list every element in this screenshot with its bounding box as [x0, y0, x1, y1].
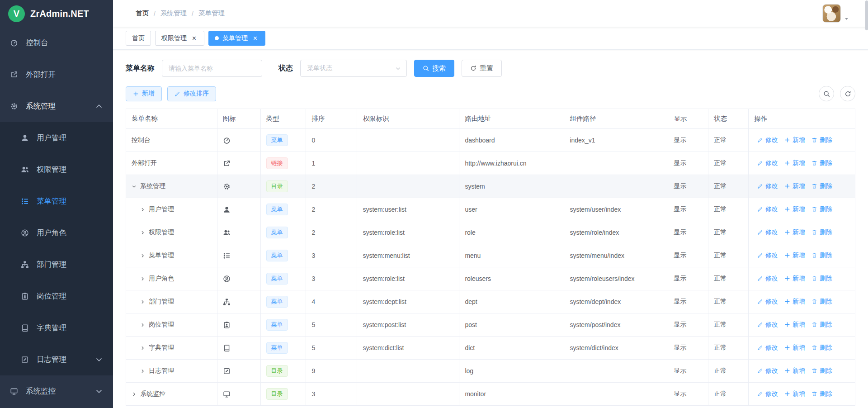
edit-button[interactable]: 修改	[757, 159, 778, 167]
sidebar-item-monitor[interactable]: 系统监控	[0, 375, 113, 407]
close-tab-icon[interactable]: ×	[190, 34, 198, 42]
sidebar-item-log[interactable]: 日志管理	[0, 344, 113, 375]
chevron-right-icon[interactable]	[132, 392, 140, 397]
edit-button[interactable]: 修改	[757, 298, 778, 306]
tab-home[interactable]: 首页	[126, 31, 151, 46]
add-button[interactable]: 新增	[784, 205, 805, 213]
add-button[interactable]: 新增	[784, 367, 805, 375]
sidebar-item-dict[interactable]: 字典管理	[0, 312, 113, 344]
cell-perm	[357, 383, 459, 406]
sidebar-item-console[interactable]: 控制台	[0, 27, 113, 59]
reset-button[interactable]: 重置	[462, 60, 502, 77]
refresh-table-button[interactable]	[840, 86, 855, 101]
add-button[interactable]: 新增	[784, 390, 805, 398]
dictionary-icon	[223, 344, 231, 352]
add-button[interactable]: 新增	[784, 159, 805, 167]
breadcrumb-separator: /	[154, 10, 156, 17]
cell-type: 目录	[260, 175, 306, 198]
delete-button[interactable]: 删除	[811, 321, 832, 329]
delete-button[interactable]: 删除	[811, 228, 832, 237]
chevron-right-icon[interactable]	[140, 323, 149, 327]
edit-button[interactable]: 修改	[757, 182, 778, 190]
external-link-icon	[223, 160, 231, 167]
cell-perm	[357, 175, 459, 198]
chevron-right-icon[interactable]	[140, 299, 149, 304]
chevron-right-icon[interactable]	[140, 230, 149, 235]
type-badge: 菜单	[266, 134, 288, 147]
delete-button[interactable]: 删除	[811, 136, 832, 144]
delete-button[interactable]: 删除	[811, 275, 832, 283]
sidebar-item-external[interactable]: 外部打开	[0, 59, 113, 90]
chevron-down-icon[interactable]	[132, 184, 140, 189]
cell-icon	[217, 383, 260, 406]
edit-button[interactable]: 修改	[757, 275, 778, 283]
cell-visible: 显示	[668, 267, 708, 290]
delete-button[interactable]: 删除	[811, 205, 832, 213]
chevron-right-icon[interactable]	[140, 253, 149, 258]
app-logo[interactable]: V ZrAdmin.NET	[0, 0, 113, 27]
cell-operations: 修改新增删除	[748, 290, 855, 313]
tab-menu[interactable]: 菜单管理×	[208, 31, 265, 46]
add-button[interactable]: 新增	[784, 298, 805, 306]
cell-operations: 修改新增删除	[748, 267, 855, 290]
sidebar-item-dept[interactable]: 部门管理	[0, 249, 113, 280]
add-button[interactable]: 新增	[784, 228, 805, 237]
edit-button[interactable]: 修改	[757, 344, 778, 352]
scrollbar-thumb[interactable]	[865, 0, 868, 30]
sidebar-item-system[interactable]: 系统管理	[0, 90, 113, 122]
search-button[interactable]: 搜索	[414, 60, 454, 77]
add-button[interactable]: 新增	[784, 182, 805, 190]
caret-down-icon	[844, 16, 849, 21]
delete-button[interactable]: 删除	[811, 159, 832, 167]
sidebar-item-post[interactable]: 岗位管理	[0, 280, 113, 312]
add-button[interactable]: 新增	[784, 275, 805, 283]
toggle-search-button[interactable]	[819, 86, 834, 101]
status-select[interactable]: 菜单状态	[300, 60, 407, 77]
gear-icon	[10, 102, 18, 110]
edit-button[interactable]: 修改	[757, 251, 778, 260]
delete-button[interactable]: 删除	[811, 344, 832, 352]
tab-role[interactable]: 权限管理×	[155, 31, 204, 46]
chevron-right-icon[interactable]	[140, 369, 149, 374]
cell-type: 菜单	[260, 221, 306, 244]
sidebar-item-menu[interactable]: 菜单管理	[0, 185, 113, 217]
sidebar-item-roleusers[interactable]: 用户角色	[0, 217, 113, 249]
breadcrumb-item[interactable]: 系统管理	[160, 9, 187, 18]
user-avatar[interactable]	[822, 4, 841, 23]
add-button[interactable]: 新增	[784, 251, 805, 260]
sidebar-item-role[interactable]: 权限管理	[0, 154, 113, 185]
user-menu[interactable]	[822, 4, 849, 23]
edit-button[interactable]: 修改	[757, 205, 778, 213]
delete-button[interactable]: 删除	[811, 182, 832, 190]
trash-icon	[811, 252, 817, 258]
add-button-label: 新增	[142, 90, 155, 98]
cell-visible: 显示	[668, 175, 708, 198]
delete-label: 删除	[820, 367, 832, 375]
menu-name-input[interactable]	[162, 60, 262, 77]
add-button[interactable]: 新增	[126, 86, 162, 101]
edit-button[interactable]: 修改	[757, 390, 778, 398]
delete-button[interactable]: 删除	[811, 390, 832, 398]
add-button[interactable]: 新增	[784, 321, 805, 329]
add-button[interactable]: 新增	[784, 136, 805, 144]
add-button[interactable]: 新增	[784, 344, 805, 352]
edit-button[interactable]: 修改	[757, 228, 778, 237]
plus-icon	[784, 391, 790, 397]
edit-button[interactable]: 修改	[757, 321, 778, 329]
chevron-right-icon[interactable]	[140, 276, 149, 281]
delete-button[interactable]: 删除	[811, 298, 832, 306]
type-badge: 菜单	[266, 296, 288, 308]
sidebar-item-user[interactable]: 用户管理	[0, 122, 113, 154]
cell-route: post	[459, 313, 564, 337]
chevron-right-icon[interactable]	[140, 207, 149, 212]
edit-sort-button[interactable]: 修改排序	[167, 86, 216, 101]
chevron-right-icon[interactable]	[140, 346, 149, 351]
edit-button[interactable]: 修改	[757, 136, 778, 144]
scrollbar[interactable]	[865, 0, 868, 408]
menu-list-icon	[223, 252, 231, 260]
delete-button[interactable]: 删除	[811, 251, 832, 260]
edit-button[interactable]: 修改	[757, 367, 778, 375]
delete-button[interactable]: 删除	[811, 367, 832, 375]
breadcrumb-item[interactable]: 首页	[136, 9, 149, 18]
close-tab-icon[interactable]: ×	[251, 34, 259, 42]
